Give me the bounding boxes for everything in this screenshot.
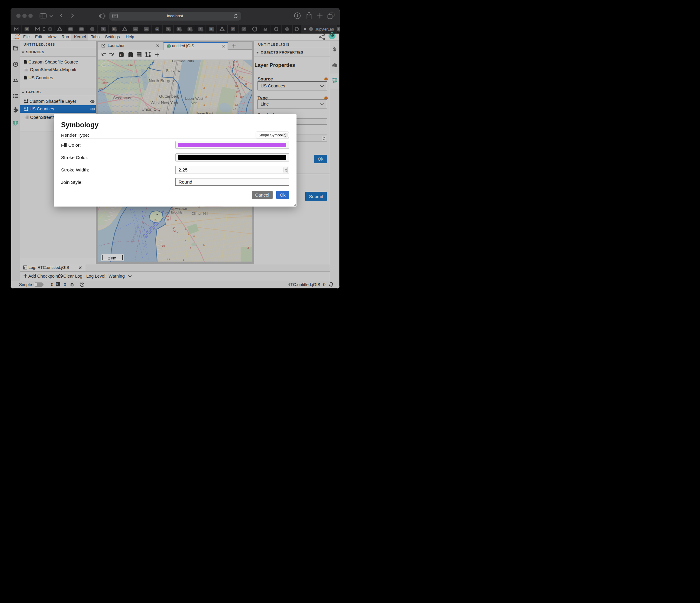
svg-text:P: P [113, 27, 115, 31]
svg-text:X: X [232, 27, 234, 31]
svg-text:S: S [102, 27, 104, 31]
svg-text:2 km: 2 km [108, 256, 116, 260]
svg-text:$_: $_ [120, 53, 123, 56]
svg-text:P: P [178, 27, 180, 31]
svg-text:31: 31 [25, 27, 28, 30]
svg-text:P: P [189, 27, 191, 31]
svg-text:P: P [210, 27, 212, 31]
svg-text:e: e [156, 27, 158, 31]
svg-text:P: P [337, 27, 340, 31]
svg-text:S: S [167, 27, 169, 31]
svg-text:S: S [199, 27, 201, 31]
svg-text:JupyterLab: JupyterLab [315, 27, 334, 31]
